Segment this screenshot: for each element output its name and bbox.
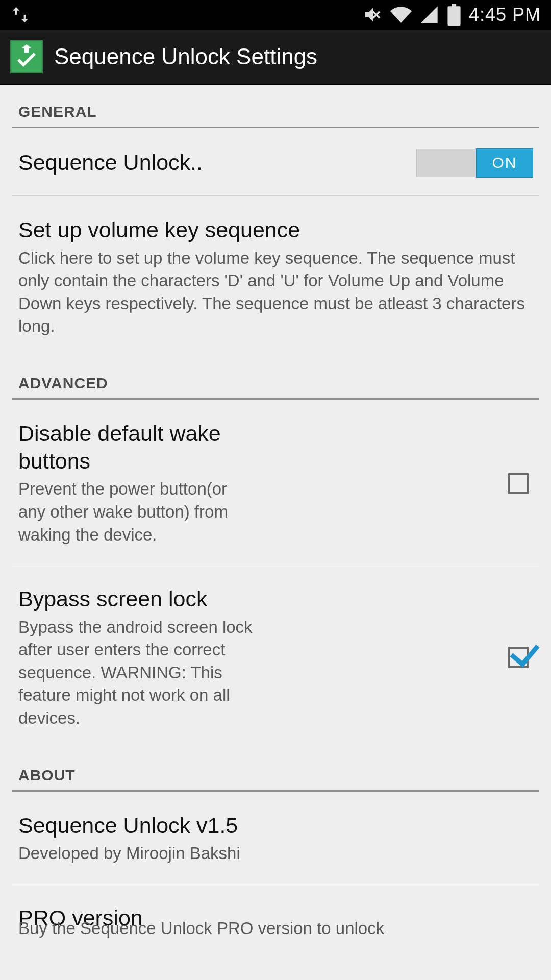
action-bar: Sequence Unlock Settings	[0, 30, 551, 85]
disable-wake-checkbox[interactable]	[508, 473, 529, 494]
pref-text: Disable default wake buttons Prevent the…	[18, 420, 253, 546]
switch-on-label: ON	[476, 148, 533, 178]
mute-icon	[363, 5, 383, 25]
pref-title: Bypass screen lock	[18, 585, 253, 613]
wifi-icon	[390, 4, 412, 26]
section-header-general: GENERAL	[12, 85, 539, 128]
pref-disable-wake[interactable]: Disable default wake buttons Prevent the…	[12, 400, 539, 565]
status-bar: 4:45 PM	[0, 0, 551, 30]
battery-icon	[446, 4, 462, 26]
pref-title: Sequence Unlock v1.5	[18, 812, 533, 840]
section-header-about: ABOUT	[12, 748, 539, 792]
pref-summary: Bypass the android screen lock after use…	[18, 616, 253, 730]
pref-sequence-unlock[interactable]: Sequence Unlock.. ON	[12, 128, 539, 196]
pref-pro-version[interactable]: PRO version Buy the Sequence Unlock PRO …	[12, 884, 539, 932]
pref-version[interactable]: Sequence Unlock v1.5 Developed by Mirooj…	[12, 792, 539, 884]
pref-title: Disable default wake buttons	[18, 420, 253, 475]
section-header-advanced: ADVANCED	[12, 356, 539, 400]
pref-text: Sequence Unlock v1.5 Developed by Mirooj…	[18, 812, 533, 865]
pref-text: Set up volume key sequence Click here to…	[18, 216, 533, 338]
status-right: 4:45 PM	[363, 4, 541, 26]
pref-summary: Click here to set up the volume key sequ…	[18, 247, 533, 338]
pref-title: Sequence Unlock..	[18, 149, 406, 177]
pref-summary: Developed by Miroojin Bakshi	[18, 842, 533, 865]
pref-text: Sequence Unlock..	[18, 149, 406, 177]
pref-setup-sequence[interactable]: Set up volume key sequence Click here to…	[12, 196, 539, 356]
bypass-checkbox[interactable]	[508, 647, 529, 668]
pref-summary: Prevent the power button(or any other wa…	[18, 478, 253, 546]
pref-text: PRO version Buy the Sequence Unlock PRO …	[18, 904, 533, 932]
sync-icon	[10, 5, 31, 25]
page-title: Sequence Unlock Settings	[54, 44, 317, 69]
status-time: 4:45 PM	[469, 4, 541, 26]
app-icon	[10, 40, 43, 73]
pref-summary: Buy the Sequence Unlock PRO version to u…	[18, 917, 384, 940]
pref-bypass-screen-lock[interactable]: Bypass screen lock Bypass the android sc…	[12, 565, 539, 748]
sequence-unlock-switch[interactable]: ON	[416, 149, 533, 177]
pref-text: Bypass screen lock Bypass the android sc…	[18, 585, 253, 729]
pref-title: Set up volume key sequence	[18, 216, 533, 244]
signal-icon	[419, 5, 439, 25]
status-left	[10, 5, 31, 25]
settings-content: GENERAL Sequence Unlock.. ON Set up volu…	[0, 85, 551, 932]
